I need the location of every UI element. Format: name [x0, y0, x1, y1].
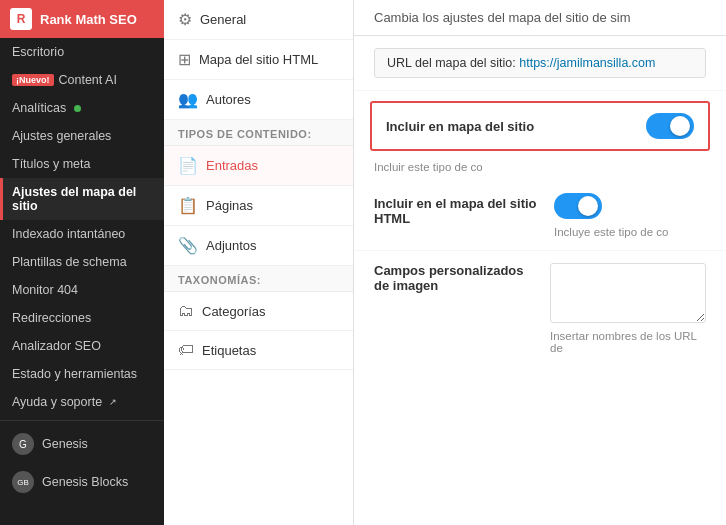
sidebar-item-escritorio[interactable]: Escritorio [0, 38, 164, 66]
campos-label: Campos personalizados de imagen [374, 263, 534, 293]
monitor-404-label: Monitor 404 [12, 283, 78, 297]
toggle-html-slider [554, 193, 602, 219]
sidebar-title: Rank Math SEO [40, 12, 137, 27]
sidebar: R Rank Math SEO Escritorio ¡Nuevo! Conte… [0, 0, 164, 525]
ajustes-mapa-sitio-label: Ajustes del mapa del sitio [12, 185, 152, 213]
estado-herramientas-label: Estado y herramientas [12, 367, 137, 381]
section-title-taxonomias: Taxonomías: [164, 266, 353, 292]
nav-item-etiquetas[interactable]: 🏷 Etiquetas [164, 331, 353, 370]
url-box: URL del mapa del sitio: https://jamilman… [374, 48, 706, 78]
grid-nav-icon: ⊞ [178, 50, 191, 69]
autores-nav-label: Autores [206, 92, 251, 107]
sidebar-item-indexado[interactable]: Indexado intantáneo [0, 220, 164, 248]
users-nav-icon: 👥 [178, 90, 198, 109]
page-nav-icon: 📋 [178, 196, 198, 215]
mapa-html-nav-label: Mapa del sitio HTML [199, 52, 318, 67]
campos-textarea[interactable] [550, 263, 706, 323]
nav-item-adjuntos[interactable]: 📎 Adjuntos [164, 226, 353, 266]
genesis-label: Genesis [42, 437, 88, 451]
categorias-nav-label: Categorías [202, 304, 266, 319]
sidebar-divider [0, 420, 164, 421]
new-badge: ¡Nuevo! [12, 74, 54, 86]
sidebar-item-ajustes-mapa-sitio[interactable]: Ajustes del mapa del sitio [0, 178, 164, 220]
nav-item-entradas[interactable]: 📄 Entradas [164, 146, 353, 186]
settings-header: Cambia los ajustes del mapa del sitio de… [354, 0, 726, 36]
sidebar-item-genesis[interactable]: G Genesis [0, 425, 164, 463]
nav-item-categorias[interactable]: 🗂 Categorías [164, 292, 353, 331]
ajustes-generales-label: Ajustes generales [12, 129, 111, 143]
plantillas-schema-label: Plantillas de schema [12, 255, 127, 269]
genesis-blocks-icon: GB [12, 471, 34, 493]
url-link[interactable]: https://jamilmansilla.com [519, 56, 655, 70]
toggle-slider [646, 113, 694, 139]
include-sitemap-desc: Incluir este tipo de co [354, 161, 726, 181]
sidebar-item-genesis-blocks[interactable]: GB Genesis Blocks [0, 463, 164, 501]
indexado-label: Indexado intantáneo [12, 227, 125, 241]
tag-nav-icon: 🏷 [178, 341, 194, 359]
include-sitemap-toggle[interactable] [646, 113, 694, 139]
sidebar-header[interactable]: R Rank Math SEO [0, 0, 164, 38]
campos-content: Insertar nombres de los URL de [550, 263, 706, 354]
campos-row: Campos personalizados de imagen Insertar… [354, 251, 726, 366]
include-sitemap-row: Incluir en mapa del sitio [370, 101, 710, 151]
settings-header-text: Cambia los ajustes del mapa del sitio de… [374, 10, 631, 25]
sidebar-item-analizador-seo[interactable]: Analizador SEO [0, 332, 164, 360]
genesis-blocks-label: Genesis Blocks [42, 475, 128, 489]
adjuntos-nav-label: Adjuntos [206, 238, 257, 253]
sidebar-item-monitor-404[interactable]: Monitor 404 [0, 276, 164, 304]
content-ai-label: Content AI [59, 73, 117, 87]
url-row: URL del mapa del sitio: https://jamilman… [354, 36, 726, 91]
section-title-tipos: Tipos de contenido: [164, 120, 353, 146]
sidebar-item-content-ai[interactable]: ¡Nuevo! Content AI [0, 66, 164, 94]
nav-item-autores[interactable]: 👥 Autores [164, 80, 353, 120]
campos-desc: Insertar nombres de los URL de [550, 330, 706, 354]
include-html-label: Incluir en el mapa del sitio HTML [374, 193, 554, 226]
entradas-nav-label: Entradas [206, 158, 258, 173]
sidebar-item-titulos-meta[interactable]: Títulos y meta [0, 150, 164, 178]
sidebar-item-ayuda-soporte[interactable]: Ayuda y soporte ↗ [0, 388, 164, 416]
general-nav-label: General [200, 12, 246, 27]
nav-panel: ⚙ General ⊞ Mapa del sitio HTML 👥 Autore… [164, 0, 354, 525]
nav-item-paginas[interactable]: 📋 Páginas [164, 186, 353, 226]
nav-item-mapa-html[interactable]: ⊞ Mapa del sitio HTML [164, 40, 353, 80]
include-html-toggle[interactable] [554, 193, 602, 219]
sidebar-item-ajustes-generales[interactable]: Ajustes generales [0, 122, 164, 150]
sidebar-item-plantillas-schema[interactable]: Plantillas de schema [0, 248, 164, 276]
include-html-content: Incluye este tipo de co [554, 193, 706, 238]
external-link-icon: ↗ [109, 397, 117, 407]
main-content: ⚙ General ⊞ Mapa del sitio HTML 👥 Autore… [164, 0, 726, 525]
nav-item-general[interactable]: ⚙ General [164, 0, 353, 40]
folder-nav-icon: 🗂 [178, 302, 194, 320]
green-dot-icon [74, 105, 81, 112]
logo-icon: R [10, 8, 32, 30]
clip-nav-icon: 📎 [178, 236, 198, 255]
include-html-desc: Incluye este tipo de co [554, 226, 706, 238]
sidebar-item-redirecciones[interactable]: Redirecciones [0, 304, 164, 332]
include-sitemap-label: Incluir en mapa del sitio [386, 119, 534, 134]
redirecciones-label: Redirecciones [12, 311, 91, 325]
sidebar-item-estado-herramientas[interactable]: Estado y herramientas [0, 360, 164, 388]
url-label: URL del mapa del sitio: [387, 56, 516, 70]
ayuda-soporte-label: Ayuda y soporte [12, 395, 102, 409]
analizador-seo-label: Analizador SEO [12, 339, 101, 353]
genesis-icon: G [12, 433, 34, 455]
titulos-meta-label: Títulos y meta [12, 157, 91, 171]
settings-panel: Cambia los ajustes del mapa del sitio de… [354, 0, 726, 525]
analiticas-label: Analíticas [12, 101, 66, 115]
escritorio-label: Escritorio [12, 45, 64, 59]
gear-nav-icon: ⚙ [178, 10, 192, 29]
document-nav-icon: 📄 [178, 156, 198, 175]
etiquetas-nav-label: Etiquetas [202, 343, 256, 358]
include-html-row: Incluir en el mapa del sitio HTML Incluy… [354, 181, 726, 251]
paginas-nav-label: Páginas [206, 198, 253, 213]
sidebar-item-analiticas[interactable]: Analíticas [0, 94, 164, 122]
